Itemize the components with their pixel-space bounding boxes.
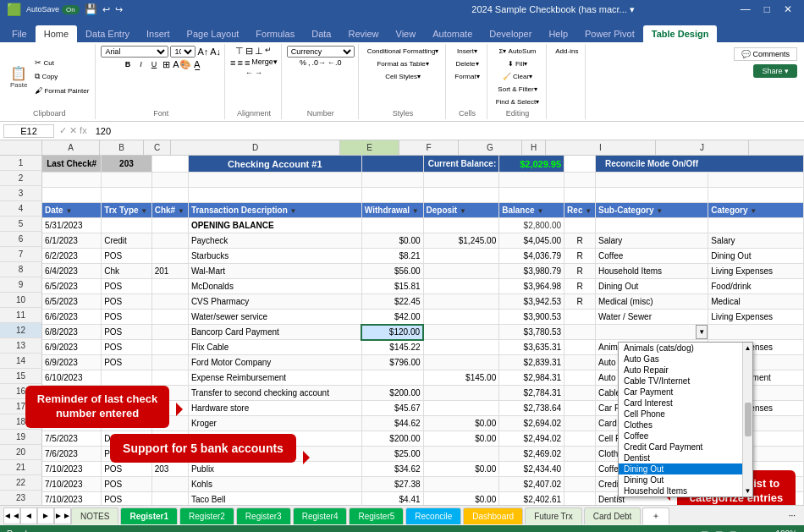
cell-A15[interactable]: 6/10/2023 [42,370,102,386]
cell-H8[interactable]: R [564,264,596,279]
cell-H20[interactable] [564,447,596,462]
cell-D1[interactable]: Checking Account #1 [188,156,361,173]
col-header-B[interactable]: B [100,140,144,155]
cell-F21[interactable]: $0.00 [423,462,499,477]
cell-B5[interactable] [102,218,152,233]
tab-register3[interactable]: Register3 [236,507,291,524]
page-layout-icon[interactable]: ▦ [715,529,723,533]
dropdown-item[interactable]: Dentist [619,452,742,463]
bottom-align-button[interactable]: ⊥ [255,46,263,57]
cell-C12[interactable] [151,325,188,340]
cell-E17[interactable]: $45.67 [361,401,423,416]
cell-H13[interactable] [564,340,596,355]
dropdown-item[interactable]: Cable TV/Internet [619,376,742,387]
row-header-14[interactable]: 14 [0,354,42,369]
cell-D12[interactable]: Bancorp Card Payment [188,325,361,340]
cell-F15[interactable]: $145.00 [423,370,499,386]
tab-insert[interactable]: Insert [138,25,179,42]
cell-C4[interactable]: Chk# ▼ [151,203,188,218]
cell-E6[interactable]: $0.00 [361,233,423,249]
row-header-9[interactable]: 9 [0,277,42,293]
tab-help[interactable]: Help [540,25,576,42]
sheet-nav-last[interactable]: ►► [54,507,71,524]
cell-A21[interactable]: 7/10/2023 [42,462,102,477]
cell-C15[interactable] [151,370,188,386]
row-header-12[interactable]: 12 [0,323,42,338]
cell-A23[interactable]: 7/10/2023 [42,492,102,506]
cell-H12[interactable] [564,325,596,340]
cell-A5[interactable]: 5/31/2023 [42,218,102,233]
tab-formulas[interactable]: Formulas [247,25,303,42]
paste-button[interactable]: 📋 Paste [7,63,30,90]
scroll-up-btn[interactable]: ▲ [745,344,752,352]
cell-D6[interactable]: Paycheck [188,233,361,249]
cell-F20[interactable] [423,447,499,462]
cell-I1[interactable]: Reconcile Mode On/Off [596,156,804,173]
clear-button[interactable]: 🧹 Clear▾ [499,71,536,82]
cell-H23[interactable] [564,492,596,506]
cell-D4[interactable]: Transaction Description ▼ [188,203,361,218]
cell-C7[interactable] [151,249,188,264]
redo-icon[interactable]: ↪ [115,4,123,15]
cell-G14[interactable]: $2,839.31 [499,355,564,370]
font-family-select[interactable]: Arial [101,46,168,58]
cell-E2[interactable] [361,173,423,188]
cell-B7[interactable]: POS [102,249,152,264]
cell-H18[interactable] [564,416,596,431]
cell-H5[interactable] [564,218,596,233]
cell-G11[interactable]: $3,900.53 [499,310,564,325]
cell-D7[interactable]: Starbucks [188,249,361,264]
cell-E11[interactable]: $42.00 [361,310,423,325]
cell-A2[interactable] [42,173,102,188]
scroll-down-btn[interactable]: ▼ [745,487,752,495]
cell-F7[interactable] [423,249,499,264]
cell-A3[interactable] [42,188,102,203]
indent-decrease-button[interactable]: ← [245,69,253,77]
cell-C22[interactable] [151,477,188,492]
row-header-8[interactable]: 8 [0,262,42,277]
cell-C13[interactable] [151,340,188,355]
cell-F17[interactable] [423,401,499,416]
cell-G21[interactable]: $2,434.40 [499,462,564,477]
number-format-select[interactable]: Currency [287,46,355,58]
dropdown-item[interactable]: Cell Phone [619,409,742,420]
cell-E20[interactable]: $25.00 [361,447,423,462]
fill-button[interactable]: ⬇ Fill▾ [504,58,531,69]
cell-C3[interactable] [151,188,188,203]
dropdown-item[interactable]: Dining Out [619,474,742,485]
cut-button[interactable]: ✂ Cut [32,57,91,69]
cell-B10[interactable]: POS [102,294,152,310]
tab-reconcile[interactable]: Reconcile [405,507,461,524]
cell-H2[interactable] [564,173,596,188]
cell-F6[interactable]: $1,245.00 [423,233,499,249]
cell-I8[interactable]: Household Items [596,264,708,279]
col-header-A[interactable]: A [42,140,100,155]
sum-button[interactable]: Σ▾ AutoSum [495,46,539,57]
increase-font-button[interactable]: A↑ [197,47,208,57]
cell-E21[interactable]: $34.62 [361,462,423,477]
dropdown-arrow[interactable]: ▼ [696,325,708,339]
cell-G7[interactable]: $4,036.79 [499,249,564,264]
cell-C6[interactable] [151,233,188,249]
tab-data[interactable]: Data [303,25,339,42]
cell-F19[interactable]: $0.00 [423,431,499,447]
cell-E7[interactable]: $8.21 [361,249,423,264]
cell-G13[interactable]: $3,635.31 [499,340,564,355]
cell-E13[interactable]: $145.22 [361,340,423,355]
cell-C5[interactable] [151,218,188,233]
cell-F8[interactable] [423,264,499,279]
cell-I7[interactable]: Coffee [596,249,708,264]
cell-E1[interactable] [361,156,423,173]
cell-H22[interactable] [564,477,596,492]
increase-decimal-button[interactable]: .0→ [312,58,327,67]
cell-A19[interactable]: 7/5/2023 [42,431,102,447]
cell-A12[interactable]: 6/8/2023 [42,325,102,340]
cell-E3[interactable] [361,188,423,203]
cell-H6[interactable]: R [564,233,596,249]
cell-I6[interactable]: Salary [596,233,708,249]
tab-future-trx[interactable]: Future Trx [525,507,582,524]
cell-A10[interactable]: 6/5/2023 [42,294,102,310]
sheet-nav-first[interactable]: ◄◄ [3,507,20,524]
wrap-text-button[interactable]: ↵ [265,46,272,57]
row-header-19[interactable]: 19 [0,430,42,445]
